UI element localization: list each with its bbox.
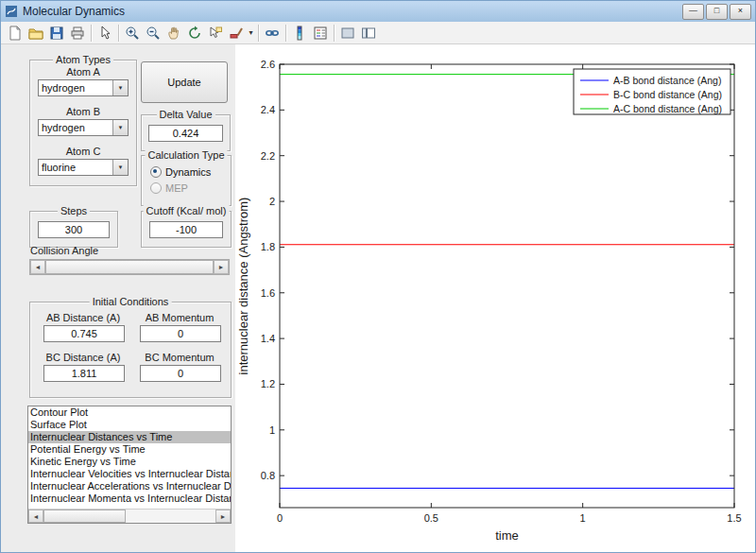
brush-dropdown-icon[interactable]: ▾ (247, 28, 255, 37)
bc-distance-label: BC Distance (A) (38, 352, 129, 363)
ab-distance-label: AB Distance (A) (38, 312, 129, 323)
atom-a-label: Atom A (30, 66, 136, 78)
data-cursor-icon[interactable] (205, 23, 226, 43)
dropdown-arrow-icon[interactable]: ▼ (112, 80, 128, 95)
group-title: Delta Value (156, 109, 215, 120)
axes[interactable]: 00.511.50.811.21.41.61.822.22.42.6A-B bo… (235, 44, 756, 553)
minimize-button[interactable]: — (682, 4, 704, 20)
scrollbar-track[interactable] (43, 510, 215, 523)
group-title: Atom Types (53, 54, 113, 65)
group-title: Cutoff (Kcal/ mol) (144, 205, 230, 216)
list-item[interactable]: Contour Plot (28, 406, 231, 419)
title-bar[interactable]: Molecular Dynamics — □ × (1, 1, 755, 23)
toolbar-separator (258, 25, 259, 42)
atom-c-value: fluorine (39, 162, 112, 173)
app-window: Molecular Dynamics — □ × ▾ Atom Types (0, 0, 756, 553)
bc-distance-field[interactable] (43, 365, 125, 382)
brush-icon[interactable] (226, 23, 247, 43)
y-tick-label: 1.8 (261, 241, 275, 252)
slider-left-arrow-icon[interactable]: ◄ (30, 260, 45, 274)
legend-label-2: A-C bond distance (Ang) (613, 103, 722, 114)
toolbar-separator (285, 25, 286, 42)
group-title: Steps (58, 205, 90, 216)
list-items: Contour Plot Surface Plot Internuclear D… (28, 406, 231, 509)
cutoff-group: Cutoff (Kcal/ mol) (141, 211, 232, 248)
list-item[interactable]: Internuclear Velocities vs Internuclear … (28, 468, 231, 480)
atom-a-dropdown[interactable]: hydrogen ▼ (38, 79, 129, 96)
toolbar-separator (118, 25, 119, 42)
group-title: Initial Conditions (90, 296, 172, 307)
slider-track[interactable] (45, 260, 214, 274)
steps-field[interactable] (38, 221, 110, 238)
new-figure-icon[interactable] (5, 23, 26, 43)
edit-plot-icon[interactable] (94, 23, 115, 43)
x-axis-label: time (495, 528, 519, 543)
atom-a-value: hydrogen (39, 82, 112, 94)
legend-label-1: B-C bond distance (Ang) (613, 89, 722, 100)
list-item[interactable]: Internuclear Distances vs Time (28, 431, 231, 443)
open-file-icon[interactable] (26, 23, 46, 43)
scroll-right-arrow-icon[interactable]: ► (215, 510, 231, 523)
radio-label: Dynamics (165, 166, 211, 178)
zoom-in-icon[interactable] (122, 23, 143, 43)
radio-mep[interactable]: MEP (150, 181, 188, 194)
scroll-left-arrow-icon[interactable]: ◄ (28, 510, 43, 523)
collision-angle-slider[interactable]: ◄ ► (29, 259, 230, 275)
dropdown-arrow-icon[interactable]: ▼ (112, 120, 128, 135)
ab-distance-field[interactable] (43, 325, 125, 342)
update-button[interactable]: Update (141, 61, 228, 103)
collision-angle-label: Collision Angle (30, 245, 98, 256)
atom-c-dropdown[interactable]: fluorine ▼ (38, 159, 129, 176)
steps-group: Steps (29, 211, 118, 248)
ab-momentum-label: AB Momentum (134, 312, 225, 323)
bc-momentum-field[interactable] (140, 365, 221, 382)
y-tick-label: 1.2 (261, 378, 275, 389)
toolbar-separator (91, 25, 92, 42)
rotate-3d-icon[interactable] (184, 23, 205, 43)
cutoff-field[interactable] (149, 221, 223, 238)
y-tick-label: 1.6 (261, 287, 275, 299)
delta-value-field[interactable] (148, 125, 223, 142)
initial-conditions-group: Initial Conditions AB Distance (A) AB Mo… (29, 302, 232, 398)
ab-momentum-field[interactable] (140, 325, 221, 342)
maximize-button[interactable]: □ (706, 4, 728, 20)
window-icon (5, 5, 18, 18)
list-item[interactable]: Internuclear Accelerations vs Internucle… (28, 480, 231, 493)
slider-thumb[interactable] (45, 260, 214, 274)
bc-momentum-label: BC Momentum (134, 352, 225, 363)
y-tick-label: 0.8 (261, 470, 275, 481)
plot-area[interactable]: 00.511.50.811.21.41.61.822.22.42.6A-B bo… (235, 44, 756, 553)
list-item[interactable]: Surface Plot (28, 419, 231, 431)
window-title: Molecular Dynamics (23, 5, 682, 18)
listbox-horizontal-scrollbar[interactable]: ◄ ► (28, 509, 231, 523)
radio-label: MEP (165, 182, 188, 194)
insert-legend-icon[interactable] (310, 23, 331, 43)
figure-toolbar: ▾ (1, 22, 755, 44)
link-plot-icon[interactable] (262, 23, 283, 43)
close-button[interactable]: × (730, 4, 751, 20)
delta-value-group: Delta Value (141, 114, 231, 151)
slider-right-arrow-icon[interactable]: ► (214, 260, 229, 274)
hide-plot-tools-icon[interactable] (337, 23, 358, 43)
group-title: Calculation Type (145, 149, 227, 161)
x-tick-label: 1 (580, 512, 586, 524)
legend-label-0: A-B bond distance (Ang) (613, 75, 721, 86)
scrollbar-thumb[interactable] (43, 510, 126, 523)
insert-colorbar-icon[interactable] (289, 23, 310, 43)
pan-icon[interactable] (163, 23, 184, 43)
show-plot-tools-icon[interactable] (358, 23, 379, 43)
save-figure-icon[interactable] (46, 23, 67, 43)
zoom-out-icon[interactable] (143, 23, 163, 43)
plot-type-listbox[interactable]: Contour Plot Surface Plot Internuclear D… (27, 406, 232, 524)
radio-dot-icon (150, 166, 162, 178)
list-item[interactable]: Kinetic Energy vs Time (28, 456, 231, 468)
atom-b-dropdown[interactable]: hydrogen ▼ (38, 119, 129, 136)
radio-dynamics[interactable]: Dynamics (150, 165, 211, 178)
x-tick-label: 0 (277, 512, 283, 524)
list-item[interactable]: Internuclear Momenta vs Internuclear Dis… (28, 493, 231, 505)
dropdown-arrow-icon[interactable]: ▼ (112, 160, 128, 175)
list-item[interactable]: Potential Energy vs Time (28, 443, 231, 456)
y-tick-label: 2.4 (261, 104, 275, 115)
print-figure-icon[interactable] (67, 23, 88, 43)
y-tick-label: 1 (269, 424, 275, 436)
